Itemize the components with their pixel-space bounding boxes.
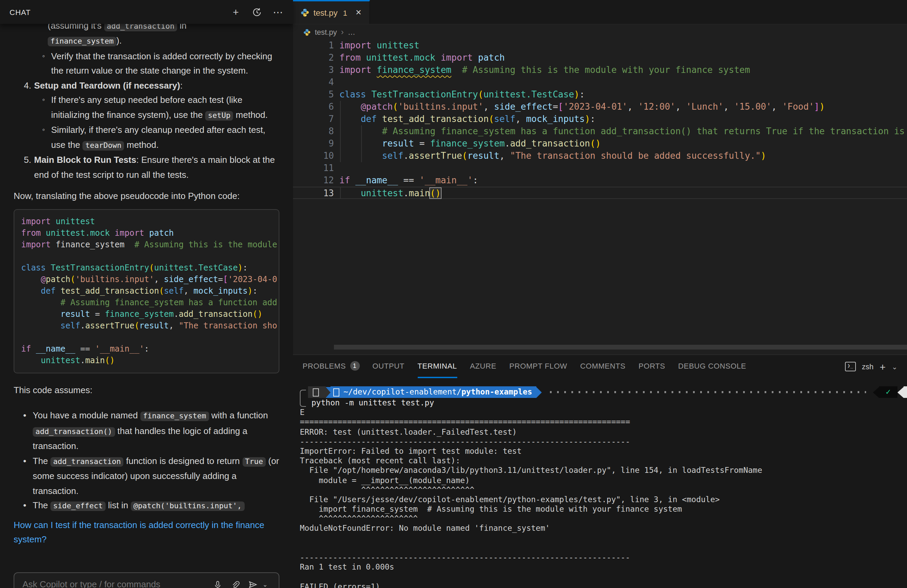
powerline-wedge-icon <box>897 387 904 397</box>
attach-icon[interactable] <box>230 579 240 588</box>
send-icon[interactable] <box>247 579 258 588</box>
code-line-content: def test_add_transaction(self, mock_inpu… <box>334 113 595 125</box>
panel-tab-prompt-flow[interactable]: PROMPT FLOW <box>510 355 567 378</box>
breadcrumb-separator-icon: › <box>341 27 344 37</box>
editor-area: test.py 1 ✕ test.py › … 1import unittest… <box>293 0 907 354</box>
panel-tab-label: OUTPUT <box>372 362 404 370</box>
line-number: 1 <box>293 40 334 52</box>
bullet-marker-icon: • <box>23 498 33 513</box>
terminal-prompt: ~/dev/copilot-enablement/python-examples… <box>308 386 907 398</box>
bullet-marker-icon: ◦ <box>42 93 51 123</box>
panel-tab-output[interactable]: OUTPUT <box>372 355 404 378</box>
code-line-content: unittest.main() <box>334 187 442 198</box>
history-icon[interactable] <box>252 6 262 18</box>
chat-panel-title: CHAT <box>10 8 30 16</box>
panel-tab-debug-console[interactable]: DEBUG CONSOLE <box>678 355 746 378</box>
chat-text: Main Block to Run Tests: Ensure there's … <box>34 153 279 182</box>
chat-code-line: self.assertTrue(result, "The transaction… <box>21 320 272 332</box>
panel-tab-azure[interactable]: AZURE <box>470 355 497 378</box>
code-line-content: class TestTransactionEntry(unittest.Test… <box>334 88 585 101</box>
chat-code-line <box>21 250 272 262</box>
line-number: 4 <box>293 76 334 88</box>
editor-horizontal-scrollbar[interactable] <box>334 345 907 349</box>
bullet-marker-icon: • <box>23 408 33 453</box>
breadcrumb-file[interactable]: test.py <box>315 28 337 36</box>
chat-code-line: class TestTransactionEntry(unittest.Test… <box>21 262 272 274</box>
line-number: 7 <box>293 113 334 125</box>
prompt-right-segment <box>904 386 907 398</box>
indent-guide <box>361 125 362 162</box>
code-line: 2from unittest.mock import patch <box>293 52 907 64</box>
bullet-marker-icon: ◦ <box>42 49 51 78</box>
editor-tab-bar: test.py 1 ✕ <box>293 0 907 24</box>
prompt-path-segment: ~/dev/copilot-enablement/python-examples <box>330 386 536 398</box>
powerline-wedge-icon <box>326 387 330 397</box>
chat-code-line: unittest.main() <box>21 355 272 366</box>
panel-tab-problems[interactable]: PROBLEMS1 <box>303 355 359 378</box>
terminal[interactable]: ~/dev/copilot-enablement/python-examples… <box>300 382 907 588</box>
editor-cursor <box>441 188 442 198</box>
terminal-line: FAILED (errors=1) <box>300 582 907 588</box>
os-glyph-icon <box>313 388 319 396</box>
list-number: 5. <box>24 153 34 182</box>
code-line-content: self.assertTrue(result, "The transaction… <box>334 150 766 162</box>
terminal-line: Traceback (most recent call last): <box>300 456 907 465</box>
line-number: 12 <box>293 175 334 187</box>
chat-followup-link[interactable]: How can I test if the transaction is add… <box>14 518 279 547</box>
chat-code-line: result = finance_system.add_transaction(… <box>21 308 272 320</box>
chat-text: You have a module named finance_system w… <box>33 408 279 453</box>
tab-test-py[interactable]: test.py 1 ✕ <box>293 0 370 24</box>
chat-code-line: if __name__ == '__main__': <box>21 343 272 355</box>
chat-input-field[interactable] <box>21 578 194 588</box>
chat-text: If there's any setup needed before each … <box>51 93 279 123</box>
terminal-line <box>300 572 907 582</box>
prompt-os-segment <box>308 386 326 398</box>
code-line-content: @patch('builtins.input', side_effect=['2… <box>334 101 825 113</box>
chat-input-box[interactable]: ⌄ <box>14 572 279 588</box>
breadcrumb-symbol[interactable]: … <box>348 28 356 36</box>
terminal-line: File "/Users/jesse/dev/copilot-enablemen… <box>300 495 907 504</box>
chat-code-line: from unittest.mock import patch <box>21 227 272 239</box>
powerline-wedge-icon <box>873 387 879 397</box>
shell-selector[interactable]: zsh <box>862 362 873 371</box>
chat-conversation: (assuming it's add_transaction infinance… <box>0 24 293 588</box>
panel-tab-terminal[interactable]: TERMINAL <box>417 355 457 378</box>
chat-panel-header: CHAT + ⋯ <box>0 0 293 24</box>
terminal-output: E=======================================… <box>300 407 907 588</box>
chat-bullet: ◦Verify that the transaction is added co… <box>14 49 279 78</box>
breadcrumb[interactable]: test.py › … <box>293 24 907 40</box>
code-line: 12if __name__ == '__main__': <box>293 175 907 187</box>
chat-bullet: ◦Similarly, if there's any cleanup neede… <box>14 123 279 153</box>
tab-problem-badge: 1 <box>343 8 347 17</box>
code-line: 11 <box>293 162 907 175</box>
panel-tab-label: DEBUG CONSOLE <box>678 362 746 370</box>
code-line-content: import unittest <box>334 40 420 52</box>
code-editor[interactable]: 1import unittest2from unittest.mock impo… <box>293 40 907 345</box>
terminal-shell-icon: ❯_ <box>845 362 856 371</box>
chat-numbered-item: 4.Setup and Teardown (if necessary): <box>14 78 279 93</box>
terminal-profile-chevron-icon[interactable]: ⌄ <box>892 363 897 370</box>
line-number: 11 <box>293 162 334 175</box>
code-line: 1import unittest <box>293 40 907 52</box>
terminal-line: ^^^^^^^^^^^^^^^^^^^^^ <box>300 514 907 524</box>
more-actions-icon[interactable]: ⋯ <box>272 6 284 18</box>
success-check-icon: ✓ <box>886 387 891 397</box>
new-chat-icon[interactable]: + <box>230 6 241 18</box>
chat-bullet: •You have a module named finance_system … <box>14 408 279 453</box>
panel-tab-label: TERMINAL <box>417 362 457 370</box>
tab-close-icon[interactable]: ✕ <box>356 8 362 17</box>
terminal-line: ModuleNotFoundError: No module named 'fi… <box>300 524 907 533</box>
code-line: 6 @patch('builtins.input', side_effect=[… <box>293 101 907 113</box>
panel-tab-comments[interactable]: COMMENTS <box>580 355 626 378</box>
chat-code-line: def test_add_transaction(self, mock_inpu… <box>21 285 272 297</box>
code-line: 8 # Assuming finance_system has a functi… <box>293 125 907 138</box>
send-options-chevron-icon[interactable]: ⌄ <box>260 579 271 588</box>
panel-tab-ports[interactable]: PORTS <box>638 355 665 378</box>
panel-tabs: PROBLEMS1OUTPUTTERMINALAZUREPROMPT FLOWC… <box>303 355 746 378</box>
new-terminal-icon[interactable]: + <box>880 361 886 372</box>
microphone-icon[interactable] <box>212 579 223 588</box>
line-number: 10 <box>293 150 334 162</box>
chat-bullet: •The side_effect list in @patch('builtin… <box>14 498 279 513</box>
terminal-line: ========================================… <box>300 417 907 427</box>
code-line: 3import finance_system # Assuming this i… <box>293 64 907 76</box>
